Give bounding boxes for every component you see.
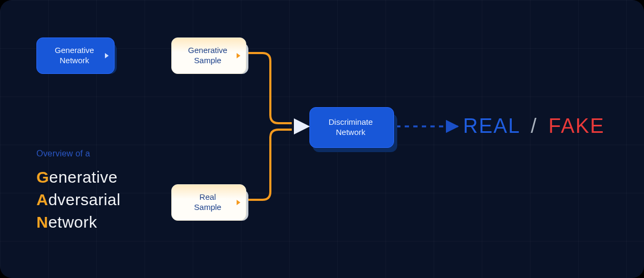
play-icon: [237, 53, 240, 58]
node-discriminate-network: Discriminate Network: [309, 107, 394, 148]
title-line-2: Adversarial: [36, 189, 176, 211]
title-rest: etwork: [48, 213, 97, 231]
edge-real-sample-to-discriminate: [247, 130, 292, 200]
node-generative-sample: Generative Sample: [171, 37, 246, 74]
title-rest: dversarial: [48, 191, 120, 208]
initial-letter: A: [36, 191, 48, 208]
output-label: REAL / FAKE: [463, 115, 605, 138]
node-generative-network: Generative Network: [36, 37, 115, 74]
initial-letter: N: [36, 213, 48, 231]
initial-letter: G: [36, 168, 49, 186]
node-label-line1: Discriminate: [329, 117, 373, 127]
edge-gen-sample-to-discriminate: [247, 53, 292, 123]
node-label-line2: Network: [336, 127, 365, 138]
title-overview: Overview of a: [36, 149, 176, 159]
title-line-1: Generative: [36, 166, 176, 189]
node-label-line1: Generative: [55, 46, 94, 56]
node-label-line2: Sample: [194, 202, 222, 213]
output-slash: /: [526, 115, 542, 137]
play-icon: [105, 53, 109, 58]
node-label-line2: Network: [59, 56, 89, 66]
node-label-line1: Real: [200, 192, 216, 202]
node-label-line2: Sample: [194, 56, 222, 66]
play-icon: [237, 200, 240, 205]
gan-diagram-canvas: Generative Network Generative Sample Rea…: [0, 0, 644, 278]
title-rest: enerative: [49, 168, 118, 186]
node-label-line1: Generative: [188, 46, 227, 56]
title-line-3: Network: [36, 211, 176, 234]
node-real-sample: Real Sample: [171, 184, 246, 221]
output-real: REAL: [463, 115, 520, 137]
output-fake: FAKE: [549, 115, 605, 137]
title-block: Overview of a Generative Adversarial Net…: [36, 149, 176, 234]
